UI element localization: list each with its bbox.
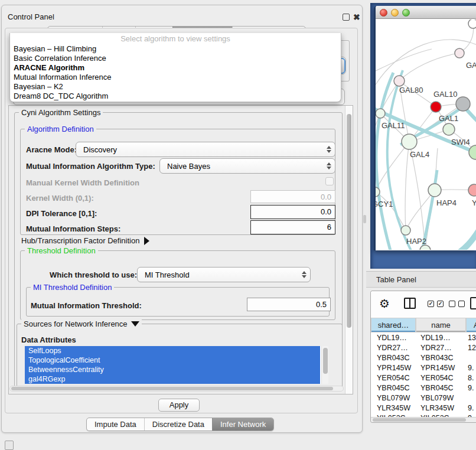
combo-stepper-icon [323, 162, 335, 169]
unchecked-checkbox-icon[interactable] [449, 301, 455, 307]
scrollbar-thumb[interactable] [323, 348, 328, 374]
network-canvas[interactable]: GAL80 GAL GAL10 GAL11 GAL1 SWI4 GAL4 GCY… [376, 19, 476, 250]
node-label-hap4: HAP4 [436, 198, 457, 207]
popup-item-bayesian-hill-climbing[interactable]: Bayesian – Hill Climbing [10, 44, 341, 54]
gear-icon[interactable]: ⚙ [379, 296, 390, 311]
network-graph: GAL80 GAL GAL10 GAL11 GAL1 SWI4 GAL4 GCY… [376, 19, 476, 250]
tab-infer-network[interactable]: Infer Network [212, 418, 273, 431]
network-view-window: GAL80 GAL GAL10 GAL11 GAL1 SWI4 GAL4 GCY… [374, 6, 476, 250]
kernel-width-label: Kernel Width (0,1): [26, 194, 94, 203]
dpi-tolerance-field[interactable]: 0.0 [250, 205, 335, 219]
unchecked-checkbox-icon[interactable] [458, 301, 465, 307]
network-edge [454, 219, 476, 250]
table-horizontal-scrollbar[interactable] [371, 417, 476, 422]
combo-stepper-icon [323, 146, 335, 153]
table-row[interactable]: YBR045CYBR045C9. [371, 383, 476, 393]
table-row[interactable]: YBR043CYBR043C [371, 353, 476, 363]
network-node-partial-top[interactable] [468, 19, 476, 28]
aracne-mode-combobox[interactable]: Discovery [76, 142, 335, 157]
dpi-tolerance-label: DPI Tolerance [0,1]: [26, 209, 97, 218]
popup-item-aracne[interactable]: ARACNE Algorithm [10, 63, 341, 73]
cyni-algorithm-settings-label: Cyni Algorithm Settings [19, 108, 103, 117]
document-icon[interactable] [470, 297, 476, 309]
node-label-gal80: GAL80 [399, 86, 423, 94]
apply-button[interactable]: Apply [158, 399, 200, 412]
network-edge [376, 49, 432, 73]
popup-item-basic-correlation[interactable]: Basic Correlation Inference [10, 54, 341, 63]
table-body: YDL19…YDL19…13 YDR27…YDR27…12 YBR043CYBR… [371, 333, 476, 417]
table-row[interactable]: YDR27…YDR27…12 [371, 343, 476, 353]
zoom-traffic-light-icon[interactable] [402, 9, 410, 17]
sources-expander[interactable]: Sources for Network Inference [21, 319, 142, 328]
attributes-vertical-scrollbar[interactable] [321, 346, 328, 384]
network-node-red[interactable] [431, 102, 441, 112]
network-node-hap4[interactable] [428, 184, 441, 197]
network-node-gal10[interactable] [456, 97, 470, 111]
which-threshold-label: Which threshold to use: [50, 270, 137, 279]
column-header-name[interactable]: name [416, 318, 465, 332]
column-header-shared[interactable]: shared… [371, 318, 415, 332]
scrollbar-thumb[interactable] [373, 418, 466, 422]
hub-definition-expander[interactable]: Hub/Transcription Factor Definition [21, 236, 149, 245]
node-label-gal10: GAL10 [433, 90, 457, 99]
popup-item-mutual-information[interactable]: Mutual Information Inference [10, 73, 341, 82]
close-window-icon[interactable]: ✖ [353, 12, 360, 22]
table-row[interactable]: YPR145WYPR145W9. [371, 363, 476, 373]
network-node-hap2[interactable] [401, 226, 410, 235]
list-item[interactable]: BetweennessCentrality [25, 365, 320, 374]
float-window-icon[interactable] [343, 14, 350, 21]
split-columns-icon[interactable] [404, 298, 416, 309]
network-node-gal4[interactable] [402, 134, 417, 149]
popup-item-bayesian-k2[interactable]: Bayesian – K2 [10, 82, 341, 92]
mi-steps-field[interactable]: 6 [250, 220, 335, 234]
tab-discretize-data[interactable]: Discretize Data [144, 418, 212, 431]
column-header-partial[interactable]: A [467, 318, 476, 332]
table-row[interactable]: YBL079WYBL079W [371, 393, 476, 403]
scrollbar-thumb[interactable] [347, 114, 351, 328]
node-label-gcy1: GCY1 [376, 200, 393, 208]
list-item[interactable]: TopologicalCoefficient [25, 356, 320, 365]
network-node-swi4[interactable] [469, 145, 476, 159]
network-node-bottom[interactable] [420, 245, 431, 250]
scrollbar-thumb[interactable] [11, 387, 333, 390]
node-label-gal: GAL [466, 61, 476, 70]
network-node-gal11[interactable] [376, 109, 385, 118]
settings-vertical-scrollbar[interactable] [345, 106, 353, 394]
expander-right-arrow-icon [144, 237, 149, 245]
network-node-gal[interactable] [455, 48, 464, 58]
node-label-gal11: GAL11 [382, 121, 405, 130]
popup-item-dream8[interactable]: Dream8 DC_TDC Algorithm [10, 92, 341, 101]
mi-threshold-field[interactable]: 0.5 [247, 298, 331, 311]
tab-impute-data[interactable]: Impute Data [87, 418, 144, 431]
minimize-traffic-light-icon[interactable] [391, 9, 399, 17]
manual-kernel-width-checkbox[interactable] [325, 177, 334, 185]
node-label-gal4: GAL4 [410, 150, 429, 159]
table-panel-title: Table Panel [376, 275, 416, 284]
network-node-salmon[interactable] [468, 184, 476, 196]
list-item[interactable]: SelfLoops [25, 346, 320, 356]
minimized-panel-icon[interactable] [5, 441, 14, 450]
network-edge [399, 53, 459, 81]
panel-splitter-handle[interactable] [363, 215, 366, 223]
table-row[interactable]: YDL19…YDL19…13 [371, 333, 476, 343]
node-label-y: Y [472, 198, 476, 207]
mi-algorithm-type-combobox[interactable]: Naive Bayes [159, 158, 335, 174]
close-traffic-light-icon[interactable] [380, 9, 387, 17]
control-panel-title: Control Panel [8, 12, 54, 21]
expander-down-arrow-icon [131, 321, 139, 327]
mi-threshold-label: Mutual Information Threshold: [31, 301, 142, 310]
algorithm-definition-label: Algorithm Definition [25, 125, 96, 133]
checked-checkbox-icon[interactable]: ✓ [428, 301, 434, 307]
kernel-width-field[interactable]: 0.0 [250, 190, 335, 203]
list-item[interactable]: gal4RGexp [25, 374, 320, 384]
which-threshold-combobox[interactable]: MI Threshold [137, 267, 311, 282]
table-row[interactable]: YER054CYER054C8. [371, 373, 476, 383]
settings-horizontal-scrollbar[interactable] [9, 386, 344, 392]
popup-prompt: Select algorithm to view settings [10, 33, 341, 44]
network-window-titlebar[interactable] [376, 6, 476, 19]
checked-checkbox-icon[interactable]: ✓ [437, 301, 444, 307]
table-row[interactable]: YLR345WYLR345W9. [371, 403, 476, 413]
network-node-gal80[interactable] [394, 76, 405, 86]
network-node-gal1[interactable] [443, 123, 455, 135]
network-edge [376, 73, 393, 250]
